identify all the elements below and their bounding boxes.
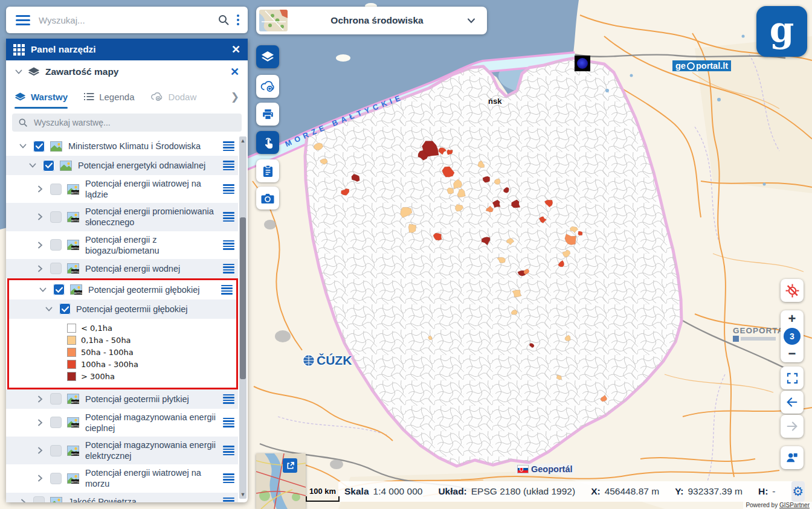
search-icon[interactable] (218, 14, 230, 26)
gear-icon: ⚙ (792, 485, 804, 498)
layer-checkbox[interactable] (33, 141, 45, 152)
tab-legenda[interactable]: Legenda (83, 83, 134, 110)
print-button[interactable] (256, 103, 279, 126)
layer-row[interactable]: wmsPotencjał magazynowania energii ciepl… (6, 409, 238, 437)
layer-checkbox[interactable] (50, 393, 62, 405)
layer-checkbox[interactable] (50, 417, 62, 428)
chevron-right-icon[interactable] (35, 473, 45, 483)
layer-checkbox[interactable] (50, 445, 62, 456)
tab-dodawanie[interactable]: Dodaw (150, 83, 197, 110)
layer-checkbox[interactable] (50, 239, 62, 251)
scroll-up-icon[interactable]: ▲ (239, 136, 246, 145)
layer-menu-icon[interactable] (223, 446, 234, 455)
legend-label: 50ha - 100ha (81, 348, 134, 357)
layer-row[interactable]: wmsPotencjał magazynowania energii elekt… (6, 437, 238, 464)
layer-search-field (12, 114, 242, 132)
x-coordinate: 456448.87 m (605, 486, 660, 497)
profile-button[interactable] (781, 446, 804, 469)
chevron-right-icon[interactable] (35, 394, 45, 404)
layer-menu-icon[interactable] (221, 285, 233, 295)
layer-checkbox[interactable] (50, 184, 62, 195)
layer-row[interactable]: wmsPotencjał energii z biogazu/biometanu (6, 231, 238, 259)
minimap-expand-button[interactable] (283, 458, 297, 473)
layer-menu-icon[interactable] (223, 498, 234, 503)
layer-row[interactable]: wmsPotencjał geotermii płytkiej (6, 389, 238, 409)
layer-menu-icon[interactable] (223, 240, 234, 250)
layer-label: Potencjał magazynowania energii elektryc… (85, 440, 218, 461)
zoom-in-button[interactable]: + (788, 313, 796, 325)
basemap-selector[interactable]: Ochrona środowiska (256, 7, 487, 34)
layer-row[interactable]: Potencjał energetyki odnawialnej (6, 156, 238, 175)
layer-menu-icon[interactable] (223, 184, 234, 194)
layer-checkbox[interactable] (50, 473, 62, 484)
chevron-right-icon[interactable] (35, 446, 45, 455)
cloud-services-button[interactable] (256, 75, 279, 98)
layer-row[interactable]: wmsPotencjał energii wiatrowej na morzu (6, 464, 238, 492)
layer-menu-icon[interactable] (223, 161, 234, 170)
chevron-right-icon[interactable] (35, 418, 45, 427)
layer-row[interactable]: wmsPotencjał energii wiatrowej na lądzie (6, 175, 238, 203)
chevron-right-icon[interactable] (18, 498, 28, 503)
layer-row[interactable]: Jakość Powietrza (6, 493, 238, 503)
tool-panel: Panel narzędzi ✕ Zawartość mapy ✕ Warstw… (6, 39, 248, 502)
layer-menu-icon[interactable] (223, 141, 234, 151)
geolocation-off-button[interactable] (781, 279, 804, 302)
layer-thumbnail-icon (50, 497, 62, 502)
menu-icon[interactable] (16, 15, 30, 25)
chevron-down-icon[interactable] (28, 161, 37, 170)
layer-menu-icon[interactable] (223, 418, 234, 427)
scroll-down-icon[interactable]: ▼ (239, 490, 246, 499)
chevron-right-icon[interactable] (35, 264, 45, 274)
layer-checkbox[interactable] (50, 211, 62, 223)
tabs-overflow-chevron-icon[interactable]: ❯ (231, 91, 239, 103)
close-icon[interactable]: ✕ (231, 44, 240, 55)
settings-button[interactable]: ⚙ (791, 481, 805, 502)
grid-icon[interactable] (13, 44, 25, 56)
layer-thumbnail-icon (60, 161, 72, 171)
chevron-down-icon[interactable] (14, 68, 23, 76)
chevron-down-icon[interactable] (44, 304, 54, 314)
layer-checkbox[interactable] (59, 303, 71, 315)
scrollbar-thumb[interactable] (240, 217, 246, 379)
layers-icon (261, 51, 274, 63)
zoom-out-button[interactable]: − (788, 348, 796, 360)
touch-identify-button[interactable] (256, 131, 279, 154)
layer-checkbox[interactable] (33, 496, 45, 502)
next-view-button[interactable] (781, 415, 804, 438)
close-section-icon[interactable]: ✕ (230, 66, 239, 77)
chevron-down-icon[interactable] (38, 285, 48, 295)
previous-view-button[interactable] (781, 391, 804, 414)
kebab-menu-icon[interactable] (237, 14, 239, 25)
geoportal-logo[interactable]: g (756, 6, 807, 57)
layer-menu-icon[interactable] (223, 212, 234, 222)
chevron-right-icon[interactable] (35, 240, 45, 250)
geothermal-patch (578, 231, 582, 235)
clipboard-button[interactable] (256, 159, 279, 182)
chevron-right-icon[interactable] (35, 212, 45, 222)
minimap[interactable] (256, 453, 306, 509)
fullscreen-button[interactable] (781, 367, 804, 389)
layer-row[interactable]: Ministerstwo Klimatu i Środowiska (6, 136, 238, 156)
tab-warstwy[interactable]: Warstwy (14, 83, 68, 110)
chevron-right-icon[interactable] (35, 184, 45, 194)
layer-menu-icon[interactable] (223, 264, 234, 274)
layers-tool-button[interactable] (256, 45, 279, 68)
layer-search-input[interactable] (33, 117, 236, 128)
crs-value: EPSG 2180 (układ 1992) (471, 486, 575, 497)
layer-row[interactable]: Potencjał geotermii głębokiej (9, 299, 236, 319)
layer-menu-icon[interactable] (223, 394, 234, 404)
search-input[interactable] (37, 14, 218, 26)
layer-checkbox[interactable] (43, 160, 54, 171)
scrollbar[interactable]: ▲ ▼ (239, 136, 246, 499)
layer-row[interactable]: wmsPotencjał energii wodnej (6, 259, 238, 278)
panel-title: Panel narzędzi (31, 44, 231, 55)
layer-row[interactable]: wmsPotencjał geotermii głębokiej (9, 280, 236, 299)
screenshot-button[interactable] (256, 187, 279, 210)
layer-label: Potencjał geotermii głębokiej (88, 284, 216, 295)
layer-checkbox[interactable] (53, 284, 65, 295)
layer-checkbox[interactable] (50, 263, 62, 274)
chevron-down-icon[interactable] (18, 141, 28, 151)
layer-row[interactable]: wmsPotencjał energii promieniowania słon… (6, 203, 238, 231)
layer-menu-icon[interactable] (223, 473, 234, 483)
gispartner-link[interactable]: GISPartner (779, 502, 810, 508)
